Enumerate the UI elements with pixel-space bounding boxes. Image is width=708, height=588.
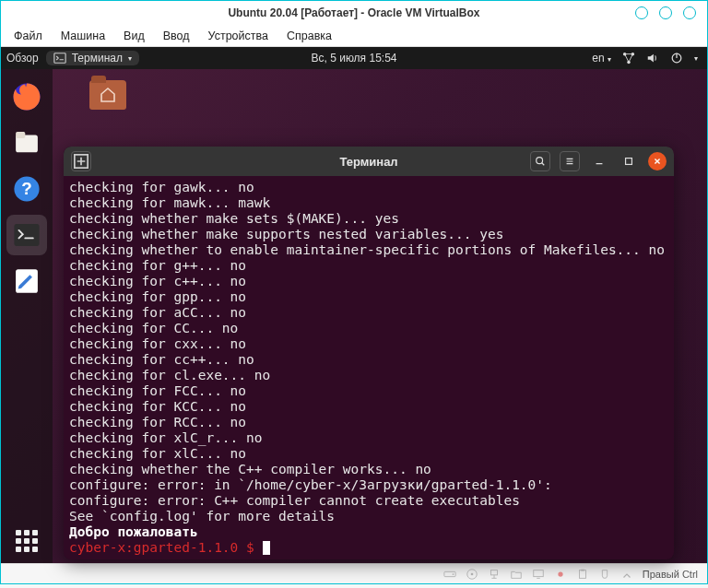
terminal-line: checking for gawk... no <box>69 180 668 195</box>
show-applications-button[interactable] <box>16 530 38 552</box>
terminal-line: checking whether make supports nested va… <box>69 227 668 242</box>
terminal-line: checking for KCC... no <box>69 399 668 415</box>
svg-rect-36 <box>581 569 584 570</box>
menu-file[interactable]: Файл <box>6 28 50 44</box>
terminal-line: checking for xlC_r... no <box>69 430 668 446</box>
terminal-line: configure: error: C++ compiler cannot cr… <box>69 493 668 509</box>
terminal-content[interactable]: checking for gawk... nochecking for mawk… <box>64 176 674 559</box>
svg-point-28 <box>470 572 473 575</box>
terminal-welcome: Добро пожаловать <box>69 524 668 540</box>
gnome-topbar: Обзор Терминал ▾ Вс, 5 июля 15:54 en ▾ <box>1 47 707 69</box>
menu-devices[interactable]: Устройства <box>201 28 276 44</box>
terminal-line: checking for g++... no <box>69 258 668 274</box>
svg-point-16 <box>537 158 543 164</box>
dash-dock: ? <box>1 69 53 563</box>
svg-point-26 <box>452 573 454 575</box>
vb-statusbar: Правый Ctrl <box>1 563 707 583</box>
menu-input[interactable]: Ввод <box>156 28 197 44</box>
search-button[interactable] <box>530 151 550 171</box>
display-icon <box>532 568 545 581</box>
terminal-line: checking for cc++... no <box>69 352 668 368</box>
svg-text:?: ? <box>21 179 31 198</box>
desktop-home-folder[interactable] <box>89 80 126 112</box>
terminal-line: checking for FCC... no <box>69 383 668 399</box>
window-maximize-button[interactable] <box>619 151 639 171</box>
dock-terminal[interactable] <box>6 215 47 255</box>
hostkey-icon <box>620 568 633 581</box>
dock-help[interactable]: ? <box>6 169 47 209</box>
menu-machine[interactable]: Машина <box>53 28 112 44</box>
svg-rect-29 <box>490 570 497 574</box>
terminal-line: checking for cl.exe... no <box>69 368 668 383</box>
terminal-line: See `config.log' for more details <box>69 509 668 524</box>
terminal-line: checking for gpp... no <box>69 289 668 305</box>
terminal-window: Терминал <box>64 147 674 559</box>
new-tab-button[interactable] <box>71 151 91 171</box>
mouse-icon <box>598 568 611 581</box>
svg-rect-8 <box>16 132 25 138</box>
svg-line-17 <box>542 163 545 166</box>
shared-folder-icon <box>510 568 523 581</box>
svg-rect-22 <box>626 159 632 165</box>
terminal-prompt: cyber-x:gparted-1.1.0 $ <box>69 540 668 556</box>
terminal-line: checking for c++... no <box>69 274 668 289</box>
menu-view[interactable]: Вид <box>116 28 152 44</box>
terminal-headerbar: Терминал <box>64 147 674 176</box>
terminal-line: checking for mawk... mawk <box>69 195 668 211</box>
virtualbox-window: Ubuntu 20.04 [Работает] - Oracle VM Virt… <box>0 0 708 584</box>
vb-menubar: Файл Машина Вид Ввод Устройства Справка <box>1 25 707 47</box>
menu-help[interactable]: Справка <box>279 28 339 44</box>
terminal-line: checking whether make sets $(MAKE)... ye… <box>69 211 668 227</box>
svg-rect-32 <box>534 570 544 576</box>
vb-titlebar: Ubuntu 20.04 [Работает] - Oracle VM Virt… <box>1 1 707 25</box>
clipboard-icon <box>576 568 589 581</box>
hdd-icon <box>443 568 456 581</box>
svg-rect-11 <box>14 224 39 246</box>
dock-firefox[interactable] <box>6 76 47 117</box>
dock-files[interactable] <box>6 123 47 163</box>
vb-title: Ubuntu 20.04 [Работает] - Oracle VM Virt… <box>1 6 707 19</box>
recording-icon <box>554 568 567 581</box>
terminal-line: configure: error: in `/home/cyber-x/Загр… <box>69 477 668 493</box>
dock-text-editor[interactable] <box>6 261 47 301</box>
vm-screen: Обзор Терминал ▾ Вс, 5 июля 15:54 en ▾ <box>1 47 707 563</box>
optical-icon <box>466 568 478 581</box>
window-minimize-button[interactable] <box>589 151 609 171</box>
terminal-line: checking for CC... no <box>69 321 668 336</box>
terminal-line: checking for xlC... no <box>69 446 668 462</box>
terminal-line: checking whether the C++ compiler works.… <box>69 462 668 477</box>
terminal-line: checking for cxx... no <box>69 336 668 352</box>
cursor-icon <box>263 541 270 555</box>
terminal-line: checking whether to enable maintainer-sp… <box>69 242 668 258</box>
terminal-line: checking for RCC... no <box>69 415 668 430</box>
hostkey-label: Правый Ctrl <box>643 569 698 580</box>
hamburger-menu-button[interactable] <box>560 151 580 171</box>
network-icon <box>488 568 501 581</box>
svg-rect-35 <box>579 570 585 578</box>
terminal-line: checking for aCC... no <box>69 305 668 321</box>
window-close-button[interactable] <box>648 152 667 171</box>
topbar-clock[interactable]: Вс, 5 июля 15:54 <box>1 52 707 65</box>
svg-point-34 <box>558 571 562 576</box>
